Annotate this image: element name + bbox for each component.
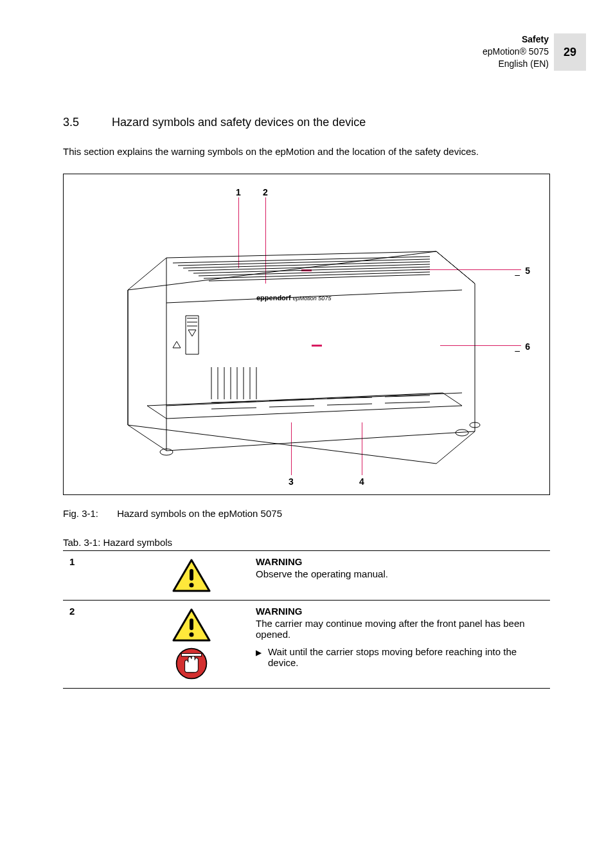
- svg-point-4: [190, 583, 194, 588]
- warning-title: WARNING: [256, 606, 544, 617]
- callout-5: 5: [525, 266, 530, 276]
- callout-3: 3: [289, 476, 294, 487]
- table-caption: Tab. 3-1: Hazard symbols: [63, 537, 550, 548]
- device-brand-label: eppendorf epMotion 5075: [256, 294, 331, 302]
- warning-title: WARNING: [256, 556, 544, 567]
- table-row: 2: [63, 601, 550, 689]
- svg-rect-8: [181, 653, 201, 656]
- section-intro: This section explains the warning symbol…: [63, 146, 550, 157]
- svg-rect-3: [190, 569, 193, 581]
- row-icon-cell: [134, 551, 249, 601]
- figure-caption: Fig. 3-1: Hazard symbols on the epMotion…: [63, 508, 550, 519]
- main-content: 3.5 Hazard symbols and safety devices on…: [63, 116, 550, 689]
- callout-2: 2: [263, 187, 268, 197]
- warning-body: The carrier may continue moving after th…: [256, 618, 544, 640]
- triangle-bullet-icon: ▶: [256, 646, 262, 659]
- warning-bullet-text: Wait until the carrier stops moving befo…: [268, 646, 544, 668]
- row-number: 2: [63, 601, 134, 689]
- page-number: 29: [564, 46, 576, 59]
- svg-rect-5: [190, 619, 193, 630]
- section-number: 3.5: [63, 116, 89, 129]
- callout-6: 6: [525, 341, 530, 352]
- device-illustration: [102, 213, 501, 476]
- warning-bullet: ▶ Wait until the carrier stops moving be…: [256, 646, 544, 668]
- warning-triangle-icon: [172, 608, 211, 642]
- row-text-cell: WARNING The carrier may continue moving …: [249, 601, 550, 689]
- row-text-cell: WARNING Observe the operating manual.: [249, 551, 550, 601]
- hand-crush-icon: [175, 647, 208, 680]
- svg-point-6: [190, 633, 194, 637]
- section-title: Hazard symbols and safety devices on the…: [112, 116, 366, 129]
- figure-caption-text: Hazard symbols on the epMotion 5075: [117, 508, 282, 519]
- callout-4: 4: [359, 476, 364, 487]
- figure-caption-label: Fig. 3-1:: [63, 508, 114, 519]
- table-row: 1 WARNING Observe the operating manual.: [63, 551, 550, 601]
- section-heading: 3.5 Hazard symbols and safety devices on…: [63, 116, 550, 129]
- callout-1: 1: [236, 187, 241, 197]
- warning-triangle-icon: [172, 559, 211, 592]
- row-icon-cell: [134, 601, 249, 689]
- callout-5-dash: –: [515, 269, 520, 280]
- warning-body: Observe the operating manual.: [256, 568, 544, 579]
- running-header: Safety epMotion® 5075 English (EN): [483, 33, 549, 70]
- figure-device: 1 2 3 4 5 6 – –: [63, 174, 550, 495]
- hazard-table: 1 WARNING Observe the operating manual.: [63, 550, 550, 689]
- page-number-box: 29: [554, 33, 586, 71]
- header-line-safety: Safety: [483, 33, 549, 46]
- header-line-product: epMotion® 5075: [483, 46, 549, 58]
- header-line-lang: English (EN): [483, 58, 549, 70]
- page: 29 Safety epMotion® 5075 English (EN) 3.…: [0, 0, 613, 868]
- row-number: 1: [63, 551, 134, 601]
- callout-6-dash: –: [515, 345, 520, 356]
